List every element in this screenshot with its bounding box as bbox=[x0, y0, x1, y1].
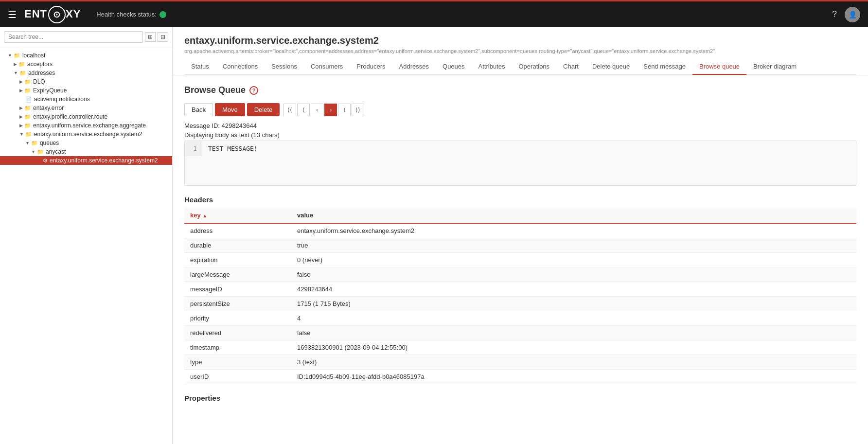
sidebar-item-anycast[interactable]: ▼📁anycast bbox=[0, 147, 172, 156]
sidebar-search-icons: ⊞ ⊟ bbox=[145, 32, 168, 42]
nav-prev-button[interactable]: ⟨ bbox=[297, 104, 310, 116]
tab-status[interactable]: Status bbox=[184, 59, 216, 75]
nav-next-button[interactable]: › bbox=[324, 104, 337, 116]
folder-icon: 📁 bbox=[24, 88, 31, 94]
tab-sessions[interactable]: Sessions bbox=[265, 59, 304, 75]
folder-icon: 📁 bbox=[18, 61, 25, 68]
sidebar-item-entaxy_aggregate[interactable]: ▶📁entaxy.uniform.service.exchange.aggreg… bbox=[0, 121, 172, 130]
content-area: entaxy.uniform.service.exchange.system2 … bbox=[173, 27, 868, 444]
nav-next2-button[interactable]: ⟩ bbox=[338, 104, 351, 116]
search-input[interactable] bbox=[4, 31, 143, 43]
table-row: persistentSize 1715 (1 715 Bytes) bbox=[184, 297, 856, 311]
table-row: messageID 4298243644 bbox=[184, 282, 856, 297]
caret-icon: ▶ bbox=[19, 106, 23, 110]
folder-icon: 📁 bbox=[24, 114, 31, 120]
tab-attributes[interactable]: Attributes bbox=[472, 59, 512, 75]
tab-consumers[interactable]: Consumers bbox=[304, 59, 350, 75]
header-value-cell: true bbox=[291, 238, 856, 253]
caret-icon: ▶ bbox=[19, 123, 23, 128]
tab-producers[interactable]: Producers bbox=[350, 59, 392, 75]
main-layout: ⊞ ⊟ ▼📁localhost▶📁acceptors▼📁addresses▶📁D… bbox=[0, 27, 868, 444]
message-id: Message ID: 4298243644 bbox=[184, 122, 856, 129]
tab-queues[interactable]: Queues bbox=[436, 59, 472, 75]
table-row: type 3 (text) bbox=[184, 355, 856, 370]
delete-button[interactable]: Delete bbox=[247, 103, 280, 116]
user-avatar[interactable]: 👤 bbox=[845, 7, 860, 22]
nav-prev2-button[interactable]: ‹ bbox=[311, 104, 323, 116]
tree-item-label: entaxy.uniform.service.exchange.system2 bbox=[34, 131, 142, 138]
tree-item-label: queues bbox=[40, 140, 59, 146]
page-header: entaxy.uniform.service.exchange.system2 … bbox=[173, 27, 868, 75]
queue-icon: ⚙ bbox=[43, 158, 48, 164]
tree-item-label: anycast bbox=[46, 148, 66, 155]
sidebar-item-queues[interactable]: ▼📁queues bbox=[0, 139, 172, 147]
tab-chart[interactable]: Chart bbox=[556, 59, 585, 75]
tab-broker_diagram[interactable]: Broker diagram bbox=[746, 59, 803, 75]
folder-icon: 📁 bbox=[31, 140, 38, 146]
col-key-header[interactable]: key ▲ bbox=[184, 208, 291, 223]
collapse-all-button[interactable]: ⊟ bbox=[158, 32, 168, 42]
tab-addresses[interactable]: Addresses bbox=[392, 59, 436, 75]
sidebar-item-entaxy_system2_queue[interactable]: ⚙entaxy.uniform.service.exchange.system2 bbox=[0, 156, 172, 165]
caret-icon: ▼ bbox=[31, 149, 35, 154]
table-row: largeMessage false bbox=[184, 267, 856, 282]
header-value-cell: false bbox=[291, 267, 856, 282]
sidebar-item-localhost[interactable]: ▼📁localhost bbox=[0, 51, 172, 60]
sidebar-item-addresses[interactable]: ▼📁addresses bbox=[0, 69, 172, 77]
tree-container: ▼📁localhost▶📁acceptors▼📁addresses▶📁DLQ▶📁… bbox=[0, 47, 172, 444]
header-key-cell: timestamp bbox=[184, 340, 291, 355]
sidebar-item-entaxy_profile[interactable]: ▶📁entaxy.profile.controller.route bbox=[0, 112, 172, 121]
caret-icon: ▶ bbox=[14, 62, 17, 67]
tabs: StatusConnectionsSessionsConsumersProduc… bbox=[184, 59, 856, 75]
caret-icon: ▶ bbox=[19, 88, 23, 93]
tree-item-label: localhost bbox=[22, 52, 45, 59]
header-value-cell: ID:1d0994d5-4b09-11ee-afdd-b0a46085197a bbox=[291, 370, 856, 384]
header-value-cell: entaxy.uniform.service.exchange.system2 bbox=[291, 223, 856, 238]
logo-text: ENT⊙XY bbox=[24, 6, 81, 23]
header-value-cell: 1693821300901 (2023-09-04 12:55:00) bbox=[291, 340, 856, 355]
header-key-cell: redelivered bbox=[184, 326, 291, 340]
folder-icon: 📁 bbox=[25, 131, 32, 138]
sidebar-item-acceptors[interactable]: ▶📁acceptors bbox=[0, 60, 172, 69]
body-description: Displaying body as text (13 chars) bbox=[184, 131, 856, 139]
hamburger-menu[interactable]: ☰ bbox=[8, 9, 17, 20]
browse-queue-help-icon[interactable]: ? bbox=[249, 86, 258, 95]
tab-browse_queue[interactable]: Browse queue bbox=[692, 59, 746, 75]
caret-icon: ▼ bbox=[8, 53, 12, 58]
sidebar-item-entaxy_system2[interactable]: ▼📁entaxy.uniform.service.exchange.system… bbox=[0, 130, 172, 139]
header-key-cell: messageID bbox=[184, 282, 291, 297]
properties-section-title: Properties bbox=[184, 394, 856, 402]
expand-all-button[interactable]: ⊞ bbox=[145, 32, 156, 42]
folder-icon: 📁 bbox=[19, 70, 26, 76]
tab-delete_queue[interactable]: Delete queue bbox=[585, 59, 637, 75]
tab-operations[interactable]: Operations bbox=[512, 59, 557, 75]
tree-item-label: entaxy.error bbox=[33, 105, 64, 111]
move-button[interactable]: Move bbox=[215, 103, 245, 116]
headers-table: key ▲ value address entaxy.uniform.servi… bbox=[184, 208, 856, 384]
folder-icon: 📁 bbox=[24, 123, 31, 129]
header-key-cell: type bbox=[184, 355, 291, 370]
folder-icon: 📁 bbox=[14, 53, 20, 59]
logo: ENT⊙XY bbox=[24, 6, 81, 23]
nav-first-button[interactable]: ⟨⟨ bbox=[283, 104, 296, 116]
back-button[interactable]: Back bbox=[184, 103, 213, 116]
tab-connections[interactable]: Connections bbox=[216, 59, 265, 75]
help-nav-icon[interactable]: ? bbox=[832, 9, 837, 19]
health-label: Health checks status: bbox=[96, 11, 157, 18]
table-row: timestamp 1693821300901 (2023-09-04 12:5… bbox=[184, 340, 856, 355]
sidebar-item-expiryqueue[interactable]: ▶📁ExpiryQueue bbox=[0, 86, 172, 95]
header-key-cell: expiration bbox=[184, 253, 291, 267]
caret-icon: ▼ bbox=[19, 132, 24, 137]
sidebar-item-dlq[interactable]: ▶📁DLQ bbox=[0, 77, 172, 86]
tree-item-label: acceptors bbox=[27, 61, 53, 68]
folder-icon: 📁 bbox=[24, 105, 31, 111]
sidebar-item-entaxy_error[interactable]: ▶📁entaxy.error bbox=[0, 104, 172, 112]
logo-circle: ⊙ bbox=[48, 6, 66, 23]
tab-send_message[interactable]: Send message bbox=[637, 59, 692, 75]
tree-item-label: entaxy.profile.controller.route bbox=[33, 113, 107, 120]
browse-queue-title: Browse Queue ? bbox=[184, 85, 856, 95]
sidebar-item-activemq_notifications[interactable]: 📄activemq.notifications bbox=[0, 95, 172, 104]
nav-last-button[interactable]: ⟩⟩ bbox=[352, 104, 364, 116]
sidebar-search-bar: ⊞ ⊟ bbox=[0, 27, 172, 47]
headers-section-title: Headers bbox=[184, 195, 856, 204]
